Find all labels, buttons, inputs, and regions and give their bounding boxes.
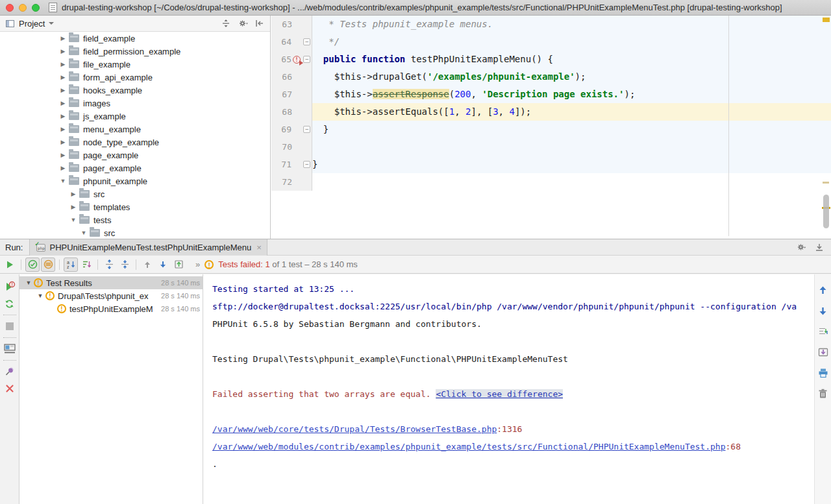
project-tree-item-page_example[interactable]: ▶page_example xyxy=(0,149,270,162)
code-text[interactable]: */ xyxy=(312,33,831,51)
gear-icon[interactable] xyxy=(238,18,248,29)
code-line-72[interactable]: 72 xyxy=(271,173,831,191)
console-link[interactable]: <Click to see difference> xyxy=(436,389,563,399)
code-text[interactable]: $this->assertEquals([1, 2], [3, 4]); xyxy=(312,103,831,121)
project-tree-item-file_example[interactable]: ▶file_example xyxy=(0,58,270,71)
previous-failed-test-button[interactable] xyxy=(140,258,155,272)
chevron-collapsed-icon[interactable]: ▶ xyxy=(60,126,66,132)
test-tree-item[interactable]: !testPhpUnitExampleM28 s 140 ms xyxy=(19,302,203,315)
fold-marker-icon[interactable]: − xyxy=(303,161,310,168)
chevron-collapsed-icon[interactable]: ▶ xyxy=(60,35,66,42)
code-text[interactable] xyxy=(312,173,831,191)
rerun-button[interactable] xyxy=(3,258,17,272)
project-tree-item-hooks_example[interactable]: ▶hooks_example xyxy=(0,84,270,97)
code-line-65[interactable]: 65!− public function testPhpUnitExampleM… xyxy=(271,51,831,68)
editor-gutter[interactable]: 68 xyxy=(271,103,312,121)
test-console[interactable]: Testing started at 13:25 ...sftp://docke… xyxy=(203,274,831,504)
import-test-results-button[interactable] xyxy=(171,258,186,272)
code-editor[interactable]: 63 * Tests phpunit_example menus.64− */6… xyxy=(271,16,831,239)
hide-panel-down-icon[interactable] xyxy=(814,242,825,252)
test-tree-item[interactable]: ▼!Drupal\Tests\phpunit_ex28 s 140 ms xyxy=(19,289,203,302)
restore-layout-icon[interactable] xyxy=(3,342,16,355)
fold-marker-icon[interactable]: − xyxy=(303,56,310,63)
clear-console-icon[interactable] xyxy=(817,388,829,400)
zoom-window-button[interactable] xyxy=(32,4,40,12)
code-line-70[interactable]: 70 xyxy=(271,138,831,156)
code-text[interactable]: $this->assertResponse(200, 'Description … xyxy=(312,86,831,103)
project-tree-item-pager_example[interactable]: ▶pager_example xyxy=(0,162,270,174)
project-panel-header[interactable]: Project xyxy=(0,16,270,32)
chevron-collapsed-icon[interactable]: ▶ xyxy=(70,204,77,210)
chevron-collapsed-icon[interactable]: ▶ xyxy=(60,165,66,171)
project-tree-item-src[interactable]: ▼src xyxy=(0,226,270,239)
editor-gutter[interactable]: 64− xyxy=(271,33,312,51)
locate-file-icon[interactable] xyxy=(221,18,231,29)
next-failed-test-button[interactable] xyxy=(156,258,170,272)
console-link[interactable]: /var/www/web/core/tests/Drupal/Tests/Bro… xyxy=(212,424,497,434)
chevron-expanded-icon[interactable]: ▼ xyxy=(70,217,77,223)
editor-gutter[interactable]: 67 xyxy=(271,86,312,103)
expand-all-button[interactable] xyxy=(102,258,116,272)
project-tree-item-menu_example[interactable]: ▶menu_example xyxy=(0,123,270,136)
soft-wrap-icon[interactable] xyxy=(817,326,829,337)
code-text[interactable]: $this->drupalGet('/examples/phpunit-exam… xyxy=(312,68,831,86)
chevron-expanded-icon[interactable]: ▼ xyxy=(81,230,87,236)
hide-panel-icon[interactable] xyxy=(254,18,265,29)
chevron-collapsed-icon[interactable]: ▶ xyxy=(60,48,66,54)
project-tree-item-form_api_example[interactable]: ▶form_api_example xyxy=(0,71,270,84)
close-window-button[interactable] xyxy=(6,4,14,12)
code-line-64[interactable]: 64− */ xyxy=(271,33,831,51)
chevron-collapsed-icon[interactable]: ▶ xyxy=(60,139,66,145)
console-link[interactable]: /var/www/web/modules/contrib/examples/ph… xyxy=(212,442,726,451)
project-tree-item-images[interactable]: ▶images xyxy=(0,97,270,110)
chevron-collapsed-icon[interactable]: ▶ xyxy=(60,152,66,158)
pin-icon[interactable] xyxy=(3,365,16,378)
show-ignored-toggle[interactable] xyxy=(41,258,55,272)
gear-icon[interactable] xyxy=(796,242,806,252)
code-text[interactable]: } xyxy=(312,156,831,173)
project-tree-item-field_example[interactable]: ▶field_example xyxy=(0,32,270,45)
project-tree-item-field_permission_example[interactable]: ▶field_permission_example xyxy=(0,45,270,58)
chevron-collapsed-icon[interactable]: ▶ xyxy=(70,191,77,197)
editor-gutter[interactable]: 66 xyxy=(271,68,312,86)
chevron-expanded-icon[interactable]: ▼ xyxy=(60,178,66,184)
up-stack-trace-icon[interactable] xyxy=(817,284,829,296)
editor-gutter[interactable]: 70 xyxy=(271,138,312,156)
chevron-expanded-icon[interactable]: ▼ xyxy=(35,293,45,299)
collapse-all-button[interactable] xyxy=(118,258,132,272)
chevron-collapsed-icon[interactable]: ▶ xyxy=(60,87,66,93)
chevron-collapsed-icon[interactable]: ▶ xyxy=(60,61,66,67)
show-passed-toggle[interactable] xyxy=(25,258,40,272)
chevron-collapsed-icon[interactable]: ▶ xyxy=(60,113,66,119)
code-line-63[interactable]: 63 * Tests phpunit_example menus. xyxy=(271,16,831,33)
fold-marker-icon[interactable]: − xyxy=(303,38,310,45)
close-tab-icon[interactable]: × xyxy=(256,243,262,252)
project-tree-item-src[interactable]: ▶src xyxy=(0,187,270,200)
test-tree-item[interactable]: ▼!Test Results28 s 140 ms xyxy=(19,276,203,289)
code-line-67[interactable]: 67 $this->assertResponse(200, 'Descripti… xyxy=(271,86,831,103)
code-line-66[interactable]: 66 $this->drupalGet('/examples/phpunit-e… xyxy=(271,68,831,86)
editor-gutter[interactable]: 72 xyxy=(271,173,312,191)
test-failed-gutter-icon[interactable]: ! xyxy=(293,56,301,64)
project-tree-item-templates[interactable]: ▶templates xyxy=(0,200,270,213)
code-line-69[interactable]: 69− } xyxy=(271,121,831,138)
rerun-test-button[interactable] xyxy=(3,297,16,310)
code-text[interactable]: * Tests phpunit_example menus. xyxy=(312,16,831,33)
code-text[interactable]: } xyxy=(312,121,831,138)
code-line-71[interactable]: 71−} xyxy=(271,156,831,173)
rerun-failed-tests-button[interactable]: ! xyxy=(3,280,16,293)
code-line-68[interactable]: 68 $this->assertEquals([1, 2], [3, 4]); xyxy=(271,103,831,121)
code-text[interactable]: public function testPhpUnitExampleMenu()… xyxy=(312,51,831,68)
toolbar-overflow-chevrons[interactable]: » xyxy=(195,259,199,269)
chevron-down-icon[interactable] xyxy=(49,22,54,25)
down-stack-trace-icon[interactable] xyxy=(817,305,829,317)
editor-gutter[interactable]: 65!− xyxy=(271,51,312,68)
project-tree-item-node_type_example[interactable]: ▶node_type_example xyxy=(0,136,270,149)
project-tree-item-phpunit_example[interactable]: ▼phpunit_example xyxy=(0,174,270,187)
minimize-window-button[interactable] xyxy=(19,4,27,12)
error-stripe-mark[interactable] xyxy=(823,182,829,184)
chevron-collapsed-icon[interactable]: ▶ xyxy=(60,100,66,106)
fold-marker-icon[interactable]: − xyxy=(303,126,310,133)
error-stripe-warning-mark[interactable] xyxy=(823,18,830,22)
sort-by-duration-button[interactable] xyxy=(79,258,93,272)
